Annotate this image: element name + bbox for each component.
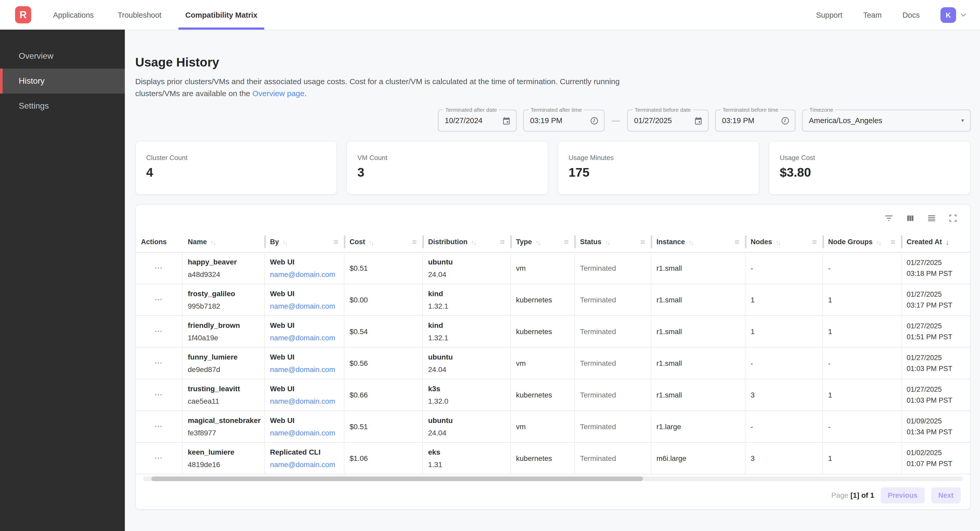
sort-arrows-icon[interactable]: ↑↓ [369, 239, 374, 245]
instance-value: m6i.large [657, 454, 745, 463]
column-menu-icon[interactable]: = [735, 238, 739, 246]
cell-node_groups: - [823, 252, 902, 284]
column-header-instance[interactable]: Instance↑↓= [651, 232, 745, 252]
terminated-before-date-field[interactable]: Terminated before date 01/27/2025 [627, 109, 708, 132]
tab-troubleshoot[interactable]: Troubleshoot [118, 0, 161, 30]
column-header-actions: Actions [136, 232, 183, 252]
filter-icon[interactable] [884, 214, 894, 223]
row-actions-button[interactable]: ••• [155, 329, 163, 334]
sort-arrows-icon[interactable]: ↑↓ [471, 239, 476, 245]
nav-link-support[interactable]: Support [816, 11, 842, 19]
tab-applications[interactable]: Applications [53, 0, 94, 30]
terminated-after-date-field[interactable]: Terminated after date 10/27/2024 [438, 109, 517, 132]
column-header-distribution[interactable]: Distribution↑↓= [423, 232, 511, 252]
column-header-type[interactable]: Type↑↓= [511, 232, 575, 252]
created-by-email-link[interactable]: name@domain.com [270, 334, 344, 342]
nodes-value: 3 [751, 391, 822, 399]
row-actions-button[interactable]: ••• [155, 456, 163, 461]
clock-icon[interactable] [781, 116, 790, 125]
sort-arrows-icon[interactable]: ↑↓ [211, 239, 216, 245]
nodes-value: - [751, 359, 822, 367]
sort-arrows-icon[interactable]: ↑↓ [605, 239, 611, 245]
column-menu-icon[interactable]: = [640, 238, 645, 246]
created-by-email-link[interactable]: name@domain.com [270, 365, 344, 374]
column-menu-icon[interactable]: = [812, 238, 817, 246]
terminated-after-time-field[interactable]: Terminated after time 03:19 PM [523, 109, 605, 132]
column-menu-icon[interactable]: = [891, 238, 895, 246]
row-actions-button[interactable]: ••• [155, 265, 163, 271]
sort-arrows-icon[interactable]: ↑↓ [876, 239, 881, 245]
sidebar-item-settings[interactable]: Settings [0, 94, 125, 119]
fullscreen-icon[interactable] [948, 214, 958, 223]
row-actions-button[interactable]: ••• [155, 361, 163, 366]
column-menu-icon[interactable]: = [412, 238, 417, 246]
type-value: kubernetes [516, 391, 574, 399]
page-description: Displays prior clusters/VMs and their as… [135, 76, 655, 99]
column-label: Nodes [751, 238, 772, 246]
instance-value: r1.small [657, 327, 745, 336]
created-time: 03:18 PM PST [907, 270, 970, 277]
column-header-node_groups[interactable]: Node Groups↑↓= [823, 232, 902, 252]
sort-desc-icon[interactable]: ↓ [946, 238, 949, 246]
field-label: Terminated before time [721, 106, 781, 113]
calendar-icon[interactable] [694, 116, 703, 125]
cell-created_at: 01/02/202501:07 PM PST [902, 443, 970, 474]
cell-by: Web UIname@domain.com [265, 379, 344, 411]
created-by-email-link[interactable]: name@domain.com [270, 397, 344, 405]
nav-link-team[interactable]: Team [863, 11, 882, 19]
timezone-select[interactable]: Timezone America/Los_Angeles ▼ [802, 109, 970, 132]
column-header-name[interactable]: Name↑↓ [183, 232, 265, 252]
created-time: 01:07 PM PST [907, 460, 970, 468]
sidebar-item-history[interactable]: History [0, 68, 125, 94]
table-row: •••happy_beavera48d9324Web UIname@domain… [136, 252, 970, 284]
terminated-before-time-field[interactable]: Terminated before time 03:19 PM [715, 109, 795, 132]
column-menu-icon[interactable]: = [333, 238, 338, 246]
sort-arrows-icon[interactable]: ↑↓ [536, 239, 541, 245]
previous-button[interactable]: Previous [880, 487, 924, 503]
sort-down-icon: ↓ [371, 239, 374, 246]
cell-type: vm [511, 411, 575, 442]
avatar[interactable]: K [940, 7, 956, 22]
sidebar-item-overview[interactable]: Overview [0, 44, 125, 68]
calendar-icon[interactable] [502, 116, 511, 125]
column-menu-icon[interactable]: = [564, 238, 568, 246]
row-actions-button[interactable]: ••• [155, 424, 163, 429]
nav-link-docs[interactable]: Docs [902, 11, 920, 19]
next-button[interactable]: Next [931, 487, 961, 503]
replicated-logo[interactable]: R [15, 6, 31, 24]
column-header-by[interactable]: By↑↓= [265, 232, 344, 252]
stat-value: 3 [357, 165, 537, 180]
created-time: 01:51 PM PST [907, 334, 970, 341]
row-actions-button[interactable]: ••• [155, 297, 163, 303]
horizontal-scrollbar-thumb[interactable] [151, 476, 643, 481]
sort-arrows-icon[interactable]: ↑↓ [689, 239, 694, 245]
sort-arrows-icon[interactable]: ↑↓ [283, 239, 288, 245]
column-header-created_at[interactable]: Created At↓ [902, 232, 970, 252]
overview-page-link[interactable]: Overview page [252, 89, 304, 97]
sidebar-item-label: Overview [19, 51, 53, 61]
created-by-email-link[interactable]: name@domain.com [270, 429, 344, 437]
column-menu-icon[interactable]: = [500, 238, 504, 246]
columns-icon[interactable] [905, 214, 915, 223]
field-value: 01/27/2025 [634, 116, 694, 125]
tab-compatibility-matrix[interactable]: Compatibility Matrix [185, 0, 258, 30]
cell-node_groups: 1 [823, 443, 902, 474]
clock-icon[interactable] [590, 116, 599, 125]
created-by-email-link[interactable]: name@domain.com [270, 270, 344, 279]
row-actions-button[interactable]: ••• [155, 392, 163, 398]
account-menu[interactable]: K [940, 7, 967, 22]
density-icon[interactable] [927, 214, 936, 223]
column-header-status[interactable]: Status↑↓= [575, 232, 651, 252]
created-by-email-link[interactable]: name@domain.com [270, 460, 344, 469]
distribution-version: 1.32.1 [428, 334, 510, 342]
chevron-down-icon[interactable] [959, 11, 967, 19]
sort-down-icon: ↓ [474, 239, 476, 246]
cell-actions: ••• [136, 379, 183, 411]
field-value: America/Los_Angeles [809, 116, 960, 125]
column-header-nodes[interactable]: Nodes↑↓= [745, 232, 823, 252]
column-header-cost[interactable]: Cost↑↓= [344, 232, 423, 252]
horizontal-scrollbar-track [143, 476, 963, 481]
created-by-email-link[interactable]: name@domain.com [270, 302, 344, 310]
cell-nodes: - [745, 252, 823, 284]
sort-arrows-icon[interactable]: ↑↓ [776, 239, 781, 245]
